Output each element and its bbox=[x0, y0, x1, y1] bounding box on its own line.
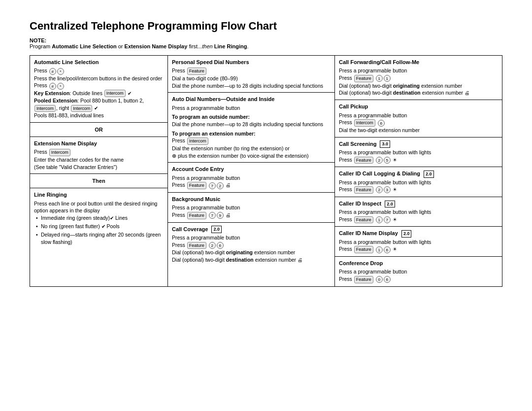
account-code-title: Account Code Entry bbox=[172, 166, 331, 173]
auto-dial-press: Press Intercom bbox=[172, 137, 331, 145]
personal-speed-title: Personal Speed Dial Numbers bbox=[172, 59, 331, 66]
btn-intercom-autodial: Intercom bbox=[187, 137, 208, 145]
conference-drop-cell: Conference Drop Press a programmable but… bbox=[335, 257, 502, 286]
caller-id-inspect-version: 2.0 bbox=[385, 201, 395, 208]
auto-dial-text3: Dial the extension number (to ring the e… bbox=[172, 145, 331, 152]
middle-column: Personal Speed Dial Numbers Press Featur… bbox=[168, 56, 335, 286]
ext-name-text1: Enter the character codes for the name bbox=[34, 156, 164, 164]
btn-1-cf: 1 bbox=[376, 75, 383, 82]
call-screening-version: 3.0 bbox=[380, 140, 390, 148]
sun-icon-cidl bbox=[393, 186, 397, 192]
btn-feature-ciname: Feature bbox=[354, 246, 373, 253]
call-coverage-text1: Press a programmable button bbox=[172, 234, 331, 241]
caller-id-name-press: Press Feature 16 bbox=[339, 245, 498, 253]
auto-line-pooled: Pooled Extension: Pool 880 button 1, but… bbox=[34, 97, 164, 112]
call-screening-text1: Press a programmable button with lights bbox=[339, 149, 498, 156]
caller-id-inspect-text1: Press a programmable button with lights bbox=[339, 208, 498, 216]
ext-name-press: Press Intercom bbox=[34, 148, 164, 156]
btn-7-ac: 7 bbox=[209, 182, 216, 189]
btn-intercom-pooled1: Intercom bbox=[34, 105, 56, 112]
background-music-press: Press Feature 79 bbox=[172, 211, 331, 219]
background-music-text1: Press a programmable button bbox=[172, 204, 331, 211]
btn-2-cidl: 2 bbox=[376, 186, 383, 193]
or-divider: OR bbox=[30, 123, 167, 137]
btn-feature-cidl: Feature bbox=[354, 186, 373, 194]
background-music-cell: Background Music Press a programmable bu… bbox=[168, 193, 334, 223]
caller-id-logging-cell: Caller ID Call Logging & Dialing 2.0 Pre… bbox=[335, 167, 502, 197]
personal-speed-text2: Dial the phone number—up to 28 digits in… bbox=[172, 82, 331, 90]
btn-feature-cf: Feature bbox=[354, 75, 373, 82]
btn-intercom-ext: Intercom bbox=[49, 149, 70, 156]
note-text: Program Automatic Line Selection or Exte… bbox=[30, 43, 248, 49]
caller-id-name-text1: Press a programmable button with lights bbox=[339, 239, 498, 246]
caller-id-logging-version: 2.0 bbox=[424, 171, 434, 178]
call-screening-title: Call Screening 3.0 bbox=[339, 140, 498, 148]
auto-dial-text1: Press a programmable button bbox=[172, 104, 331, 112]
btn-intercom-cp: Intercom bbox=[354, 119, 375, 127]
account-code-press: Press Feature 72 bbox=[172, 181, 331, 189]
btn-feature-cc: Feature bbox=[187, 242, 206, 249]
btn-3-cidl: 3 bbox=[384, 186, 391, 193]
btn-hash: # bbox=[49, 68, 56, 75]
btn-7-cii: 7 bbox=[384, 216, 391, 223]
caller-id-name-cell: Caller ID Name Display 2.0 Press a progr… bbox=[335, 227, 502, 257]
ext-name-text2: (See table "Valid Character Entries") bbox=[34, 164, 164, 171]
call-coverage-title: Call Coverage 2.0 bbox=[172, 226, 331, 233]
auto-dial-title: Auto Dial Numbers—Outside and Inside bbox=[172, 96, 331, 103]
call-forwarding-press: Press Feature 11 bbox=[339, 74, 498, 82]
auto-line-press1: Press #* bbox=[34, 67, 164, 74]
btn-6-cc: 6 bbox=[217, 242, 224, 249]
auto-dial-sub1: To program an outside number: bbox=[172, 113, 331, 121]
conference-drop-text1: Press a programmable button bbox=[339, 268, 498, 275]
auto-dial-cell: Auto Dial Numbers—Outside and Inside Pre… bbox=[168, 93, 334, 163]
btn-feature-cs: Feature bbox=[354, 157, 373, 164]
line-ringing-title: Line Ringing bbox=[34, 191, 164, 199]
auto-line-press2: Press #* bbox=[34, 82, 164, 89]
note-label: NOTE: bbox=[30, 37, 46, 43]
account-code-text1: Press a programmable button bbox=[172, 174, 331, 182]
printer-icon-cf bbox=[465, 90, 469, 96]
call-forwarding-text3: Dial (optional) two-digit destination ex… bbox=[339, 89, 498, 97]
caller-id-logging-text1: Press a programmable button with lights bbox=[339, 179, 498, 186]
btn-feature-cd: Feature bbox=[354, 276, 373, 283]
call-forwarding-cell: Call Forwarding/Call Follow-Me Press a p… bbox=[335, 56, 502, 100]
call-coverage-cell: Call Coverage 2.0 Press a programmable b… bbox=[168, 223, 334, 267]
note-section: NOTE: Program Automatic Line Selection o… bbox=[30, 37, 502, 49]
call-pickup-cell: Call Pickup Press a programmable button … bbox=[335, 100, 502, 137]
printer-icon-ac bbox=[226, 182, 231, 188]
conference-drop-title: Conference Drop bbox=[339, 260, 498, 267]
btn-feature-ac: Feature bbox=[187, 182, 206, 189]
sun-icon-cs bbox=[393, 157, 397, 163]
caller-id-inspect-cell: Caller ID Inspect 2.0 Press a programmab… bbox=[335, 197, 502, 227]
call-coverage-version: 2.0 bbox=[211, 226, 222, 233]
btn-5-cs: 5 bbox=[384, 157, 391, 164]
line-ringing-item2: No ring (green fast flutter) ✔ Pools bbox=[36, 223, 164, 230]
btn-intercom-pooled2: Intercom bbox=[71, 105, 92, 112]
account-code-cell: Account Code Entry Press a programmable … bbox=[168, 163, 334, 193]
auto-line-text1: Press the line/pool/intercom buttons in … bbox=[34, 75, 164, 82]
call-screening-press: Press Feature 25 bbox=[339, 156, 498, 164]
auto-line-key-ext: Key Extension: Outside lines Intercom ✔ bbox=[34, 90, 164, 98]
background-music-title: Background Music bbox=[172, 196, 331, 203]
auto-dial-text2: Dial the phone number—up to 28 digits in… bbox=[172, 121, 331, 128]
call-pickup-text1: Press a programmable button bbox=[339, 112, 498, 119]
ext-name-title: Extension Name Display bbox=[34, 140, 164, 147]
left-column: Automatic Line Selection Press #* Press … bbox=[30, 56, 168, 286]
auto-dial-sub2: To program an extension number: bbox=[172, 130, 331, 137]
btn-star: * bbox=[57, 68, 64, 75]
caller-id-name-title: Caller ID Name Display 2.0 bbox=[339, 230, 498, 237]
auto-line-selection-cell: Automatic Line Selection Press #* Press … bbox=[30, 56, 167, 123]
printer-icon-cc bbox=[298, 257, 302, 263]
page-title: Centralized Telephone Programming Flow C… bbox=[30, 20, 502, 33]
btn-9-bm: 9 bbox=[217, 212, 224, 219]
btn-6-cd: 6 bbox=[384, 276, 391, 283]
line-ringing-cell: Line Ringing Press each line or pool but… bbox=[30, 188, 167, 249]
auto-line-title: Automatic Line Selection bbox=[34, 59, 164, 66]
call-forwarding-title: Call Forwarding/Call Follow-Me bbox=[339, 59, 498, 66]
call-coverage-text3: Dial (optional) two-digit destination ex… bbox=[172, 256, 331, 264]
btn-6-ciname: 6 bbox=[384, 246, 391, 253]
btn-feature-psd: Feature bbox=[187, 68, 206, 75]
btn-star2: * bbox=[57, 83, 64, 90]
auto-line-pools: Pools 881-883, individual lines bbox=[34, 112, 164, 119]
btn-1b-cf: 1 bbox=[384, 75, 391, 82]
